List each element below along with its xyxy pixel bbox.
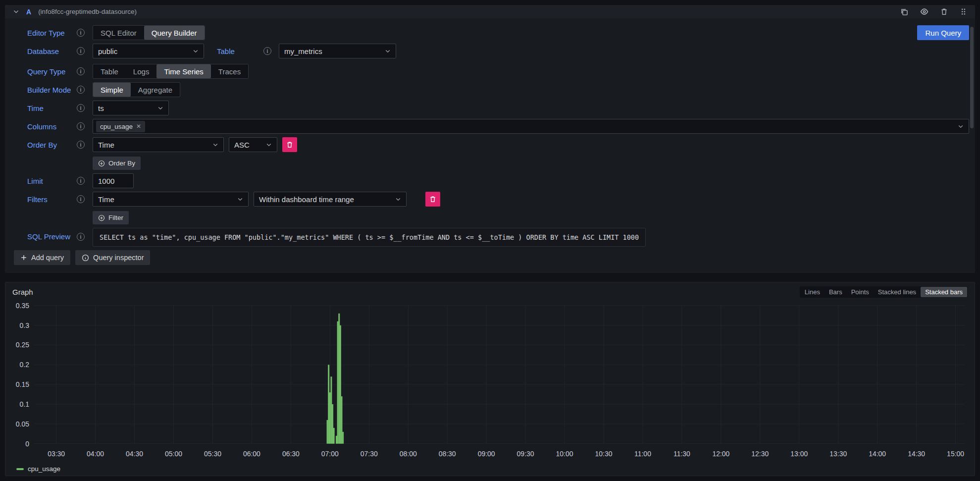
query-row-header[interactable]: A (info8fcc-greptimedb-datasource): [5, 5, 975, 18]
query-inspector-button[interactable]: Query inspector: [75, 250, 150, 265]
time-select[interactable]: ts: [93, 101, 169, 115]
run-query-button[interactable]: Run Query: [917, 25, 969, 40]
row-order-by: Order By Time ASC: [5, 137, 975, 152]
add-query-label: Add query: [31, 254, 64, 262]
row-filters: Filters Time Within dashboard time range: [5, 192, 975, 207]
viz-option-points[interactable]: Points: [847, 287, 874, 297]
legend-series-label[interactable]: cpu_usage: [28, 465, 60, 473]
svg-text:08:30: 08:30: [439, 450, 456, 458]
drag-handle-icon[interactable]: [960, 8, 967, 15]
plus-icon: [20, 254, 27, 261]
builder-mode-option-aggregate[interactable]: Aggregate: [131, 83, 180, 97]
order-by-field-value: Time: [98, 141, 114, 149]
info-icon: [77, 177, 85, 185]
svg-text:06:00: 06:00: [243, 450, 260, 458]
builder-mode-option-simple[interactable]: Simple: [93, 83, 131, 97]
viz-type-toggle: Lines Bars Points Stacked lines Stacked …: [800, 286, 968, 298]
columns-multiselect[interactable]: cpu_usage: [93, 119, 969, 134]
chevron-down-icon: [380, 48, 391, 54]
add-order-by-label: Order By: [108, 160, 135, 167]
chevron-down-icon: [153, 105, 163, 111]
trash-icon: [286, 141, 293, 148]
query-type-option-logs[interactable]: Logs: [126, 64, 157, 78]
row-add-order-by: Order By: [5, 157, 975, 170]
viz-option-lines[interactable]: Lines: [800, 287, 825, 297]
query-type-label: Query Type: [27, 67, 65, 76]
svg-text:04:00: 04:00: [87, 450, 104, 458]
limit-input[interactable]: [93, 173, 134, 188]
info-icon: [77, 47, 85, 55]
info-icon: [77, 141, 85, 149]
editor-type-option-query-builder[interactable]: Query Builder: [144, 26, 205, 40]
row-limit: Limit: [5, 173, 975, 188]
remove-tag-icon[interactable]: [136, 123, 141, 130]
svg-text:0.2: 0.2: [20, 361, 29, 369]
svg-text:05:30: 05:30: [204, 450, 221, 458]
remove-filter-button[interactable]: [425, 192, 440, 207]
info-icon: [77, 29, 85, 37]
row-query-type: Query Type Table Logs Time Series Traces: [5, 64, 975, 79]
remove-order-by-button[interactable]: [282, 137, 297, 152]
scrollbar-thumb[interactable]: [970, 27, 974, 128]
legend-series-swatch: [16, 468, 24, 470]
query-editor-panel: A (info8fcc-greptimedb-datasource) Edito…: [5, 5, 975, 273]
filter-field-select[interactable]: Time: [93, 192, 249, 207]
editor-type-option-sql-editor[interactable]: SQL Editor: [93, 26, 144, 40]
svg-text:11:30: 11:30: [673, 450, 690, 458]
svg-text:05:00: 05:00: [165, 450, 182, 458]
database-select-value: public: [98, 47, 117, 55]
svg-text:07:00: 07:00: [321, 450, 339, 458]
sql-preview-label: SQL Preview: [27, 232, 70, 241]
trash-icon[interactable]: [940, 8, 948, 15]
query-builder-form: Editor Type SQL Editor Query Builder Run…: [5, 18, 975, 250]
chevron-down-icon: [953, 123, 964, 129]
svg-text:0.3: 0.3: [20, 321, 30, 329]
query-inspector-label: Query inspector: [93, 254, 144, 262]
query-type-option-table[interactable]: Table: [93, 64, 126, 78]
database-label-wrap: Database: [27, 47, 85, 55]
svg-text:0: 0: [25, 440, 29, 448]
query-footer: Add query Query inspector: [5, 250, 975, 273]
add-order-by-button[interactable]: Order By: [93, 157, 141, 170]
svg-text:04:30: 04:30: [126, 450, 143, 458]
info-icon: [263, 47, 271, 55]
order-by-field-select[interactable]: Time: [93, 137, 224, 152]
viz-option-stacked-bars[interactable]: Stacked bars: [921, 287, 967, 297]
viz-option-bars[interactable]: Bars: [825, 287, 847, 297]
database-select[interactable]: public: [93, 44, 204, 58]
limit-label-wrap: Limit: [27, 177, 85, 185]
viz-option-stacked-lines[interactable]: Stacked lines: [874, 287, 921, 297]
time-label-wrap: Time: [27, 104, 85, 112]
add-filter-label: Filter: [108, 214, 123, 221]
svg-text:06:30: 06:30: [282, 450, 300, 458]
chevron-down-icon: [390, 196, 401, 202]
plus-circle-icon: [98, 160, 105, 167]
query-type-option-time-series[interactable]: Time Series: [156, 64, 210, 78]
filter-field-value: Time: [98, 195, 114, 204]
order-by-direction-select[interactable]: ASC: [229, 137, 277, 152]
info-icon: [77, 67, 85, 75]
chevron-down-icon: [232, 196, 243, 202]
database-label: Database: [27, 47, 59, 55]
query-type-label-wrap: Query Type: [27, 67, 85, 76]
eye-icon[interactable]: [920, 7, 928, 16]
column-tag: cpu_usage: [96, 121, 145, 132]
filters-label: Filters: [27, 195, 48, 204]
time-select-value: ts: [98, 104, 104, 112]
table-select[interactable]: my_metrics: [279, 44, 396, 58]
chevron-down-icon: [261, 142, 272, 148]
svg-text:13:00: 13:00: [790, 450, 808, 458]
copy-icon[interactable]: [900, 8, 908, 16]
add-filter-button[interactable]: Filter: [93, 211, 129, 224]
info-circle-icon: [82, 254, 89, 262]
add-query-button[interactable]: Add query: [14, 250, 70, 265]
filter-condition-select[interactable]: Within dashboard time range: [254, 192, 407, 207]
builder-mode-toggle: Simple Aggregate: [93, 82, 180, 97]
sql-preview-label-wrap: SQL Preview: [27, 232, 85, 241]
query-type-option-traces[interactable]: Traces: [211, 64, 248, 78]
svg-text:09:30: 09:30: [517, 450, 534, 458]
row-database-table: Database public Table my_metrics: [5, 44, 975, 58]
graph-legend: cpu_usage: [9, 462, 971, 474]
column-tag-label: cpu_usage: [100, 123, 133, 130]
chevron-down-icon[interactable]: [13, 8, 19, 15]
